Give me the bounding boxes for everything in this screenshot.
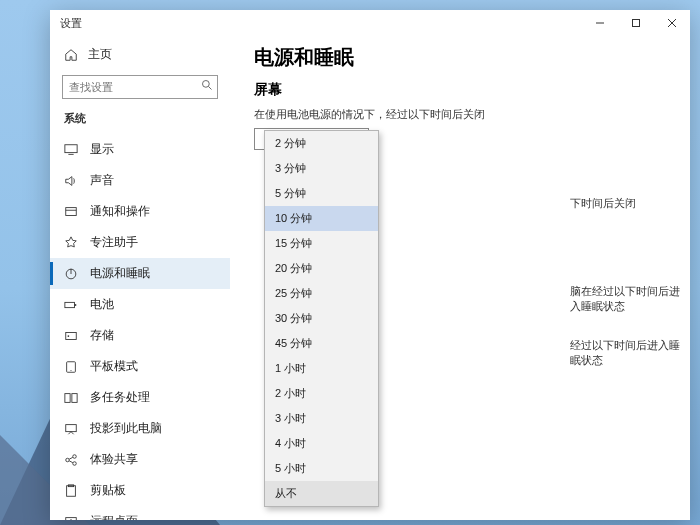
sidebar-item-display[interactable]: 显示: [50, 134, 230, 165]
section-title: 系统: [50, 107, 230, 134]
svg-point-22: [73, 454, 77, 458]
home-icon: [64, 48, 78, 62]
power-icon: [64, 267, 78, 281]
home-label: 主页: [88, 46, 112, 63]
shared-icon: [64, 453, 78, 467]
section-heading: 屏幕: [254, 81, 666, 99]
sidebar-item-power[interactable]: 电源和睡眠: [50, 258, 230, 289]
close-icon: [667, 18, 677, 28]
partial-label: 脑在经过以下时间后进入睡眠状态: [570, 284, 690, 314]
settings-window: 设置 主页: [50, 10, 690, 520]
dropdown-option[interactable]: 45 分钟: [265, 331, 378, 356]
battery-icon: [64, 298, 78, 312]
svg-point-17: [70, 369, 71, 370]
dropdown-option[interactable]: 5 分钟: [265, 181, 378, 206]
focus-icon: [64, 236, 78, 250]
maximize-button[interactable]: [618, 10, 654, 36]
svg-point-23: [73, 461, 77, 465]
dropdown-option[interactable]: 从不: [265, 481, 378, 506]
sidebar-item-notifications[interactable]: 通知和操作: [50, 196, 230, 227]
projection-icon: [64, 422, 78, 436]
screen-battery-label: 在使用电池电源的情况下，经过以下时间后关闭: [254, 107, 666, 122]
dropdown-option[interactable]: 30 分钟: [265, 306, 378, 331]
dropdown-option[interactable]: 2 分钟: [265, 131, 378, 156]
dropdown-option[interactable]: 2 小时: [265, 381, 378, 406]
duration-dropdown[interactable]: 2 分钟3 分钟5 分钟10 分钟15 分钟20 分钟25 分钟30 分钟45 …: [264, 130, 379, 507]
home-link[interactable]: 主页: [50, 40, 230, 69]
svg-rect-20: [66, 424, 77, 431]
sidebar-item-label: 电源和睡眠: [90, 266, 150, 281]
sidebar-item-remote[interactable]: 远程桌面: [50, 506, 230, 520]
sidebar-item-label: 通知和操作: [90, 204, 150, 219]
svg-rect-18: [65, 393, 70, 402]
remote-icon: [64, 515, 78, 521]
tablet-icon: [64, 360, 78, 374]
sidebar-item-sound[interactable]: 声音: [50, 165, 230, 196]
sidebar: 主页 系统 显示 声音: [50, 36, 230, 520]
dropdown-option[interactable]: 25 分钟: [265, 281, 378, 306]
sidebar-item-battery[interactable]: 电池: [50, 289, 230, 320]
sidebar-item-storage[interactable]: 存储: [50, 320, 230, 351]
svg-rect-13: [75, 304, 77, 306]
svg-point-15: [68, 335, 70, 337]
sidebar-item-label: 专注助手: [90, 235, 138, 250]
svg-rect-14: [66, 332, 77, 339]
sidebar-item-label: 远程桌面: [90, 514, 138, 520]
sidebar-item-focus[interactable]: 专注助手: [50, 227, 230, 258]
sidebar-item-label: 存储: [90, 328, 114, 343]
partial-label: 经过以下时间后进入睡眠状态: [570, 338, 690, 368]
multitask-icon: [64, 391, 78, 405]
minimize-icon: [595, 18, 605, 28]
dropdown-option[interactable]: 3 分钟: [265, 156, 378, 181]
titlebar: 设置: [50, 10, 690, 36]
sidebar-item-multitask[interactable]: 多任务处理: [50, 382, 230, 413]
svg-rect-8: [66, 207, 77, 215]
storage-icon: [64, 329, 78, 343]
display-icon: [64, 143, 78, 157]
sidebar-item-label: 体验共享: [90, 452, 138, 467]
desktop-wallpaper: 设置 主页: [0, 0, 700, 525]
dropdown-option[interactable]: 15 分钟: [265, 231, 378, 256]
svg-point-29: [70, 519, 73, 520]
dropdown-option[interactable]: 5 小时: [265, 456, 378, 481]
svg-rect-19: [72, 393, 77, 402]
sidebar-item-label: 投影到此电脑: [90, 421, 162, 436]
svg-line-5: [209, 87, 212, 90]
sidebar-item-label: 剪贴板: [90, 483, 126, 498]
close-button[interactable]: [654, 10, 690, 36]
sidebar-item-tablet[interactable]: 平板模式: [50, 351, 230, 382]
sidebar-item-label: 平板模式: [90, 359, 138, 374]
svg-rect-6: [65, 144, 77, 152]
sidebar-item-label: 多任务处理: [90, 390, 150, 405]
svg-rect-12: [65, 302, 75, 307]
sidebar-item-projection[interactable]: 投影到此电脑: [50, 413, 230, 444]
window-title: 设置: [60, 16, 82, 31]
dropdown-option[interactable]: 10 分钟: [265, 206, 378, 231]
minimize-button[interactable]: [582, 10, 618, 36]
page-title: 电源和睡眠: [254, 44, 666, 71]
sidebar-item-label: 声音: [90, 173, 114, 188]
svg-rect-1: [633, 20, 640, 27]
sound-icon: [64, 174, 78, 188]
svg-rect-26: [67, 485, 76, 496]
dropdown-option[interactable]: 20 分钟: [265, 256, 378, 281]
sidebar-item-clipboard[interactable]: 剪贴板: [50, 475, 230, 506]
clipboard-icon: [64, 484, 78, 498]
dropdown-option[interactable]: 1 小时: [265, 356, 378, 381]
svg-line-24: [69, 457, 73, 459]
dropdown-option[interactable]: 3 小时: [265, 406, 378, 431]
maximize-icon: [631, 18, 641, 28]
svg-line-25: [69, 460, 73, 462]
dropdown-option[interactable]: 4 小时: [265, 431, 378, 456]
search-icon: [201, 79, 213, 94]
sidebar-item-label: 电池: [90, 297, 114, 312]
partial-label: 下时间后关闭: [570, 196, 636, 211]
sidebar-item-label: 显示: [90, 142, 114, 157]
sidebar-item-shared[interactable]: 体验共享: [50, 444, 230, 475]
svg-point-4: [203, 81, 210, 88]
svg-point-21: [66, 458, 70, 462]
search-input[interactable]: [62, 75, 218, 99]
notifications-icon: [64, 205, 78, 219]
